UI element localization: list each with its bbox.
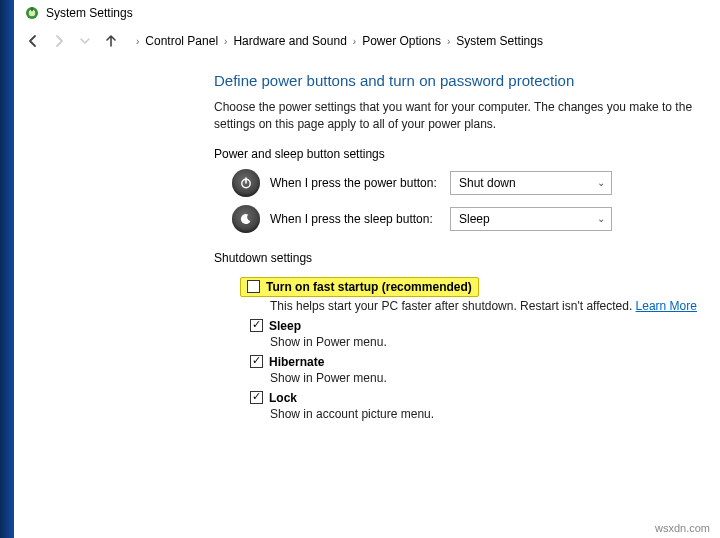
chevron-down-icon: ⌄ <box>597 177 605 188</box>
sleep-button-dropdown[interactable]: Sleep ⌄ <box>450 207 612 231</box>
recent-dropdown-icon[interactable] <box>76 32 94 50</box>
sleep-button-label: When I press the sleep button: <box>270 212 440 226</box>
breadcrumb: › Control Panel › Hardware and Sound › P… <box>136 34 543 48</box>
moon-icon <box>232 205 260 233</box>
chevron-right-icon[interactable]: › <box>447 36 450 47</box>
chevron-right-icon[interactable]: › <box>136 36 139 47</box>
fast-startup-checkbox[interactable] <box>247 280 260 293</box>
sleep-option-row: Sleep <box>250 319 720 333</box>
page-description: Choose the power settings that you want … <box>214 99 720 133</box>
nav-toolbar: › Control Panel › Hardware and Sound › P… <box>14 24 720 62</box>
power-icon <box>232 169 260 197</box>
breadcrumb-power-options[interactable]: Power Options <box>362 34 441 48</box>
sleep-checkbox[interactable] <box>250 319 263 332</box>
titlebar: System Settings <box>14 0 720 24</box>
sleep-label: Sleep <box>269 319 301 333</box>
window-title: System Settings <box>46 6 133 20</box>
power-options-icon <box>24 5 40 21</box>
power-button-dropdown[interactable]: Shut down ⌄ <box>450 171 612 195</box>
up-button[interactable] <box>102 32 120 50</box>
page-title: Define power buttons and turn on passwor… <box>214 72 720 89</box>
breadcrumb-system-settings[interactable]: System Settings <box>456 34 543 48</box>
lock-label: Lock <box>269 391 297 405</box>
svg-rect-2 <box>31 7 33 11</box>
sleep-button-value: Sleep <box>459 212 490 226</box>
chevron-down-icon: ⌄ <box>597 213 605 224</box>
fast-startup-desc: This helps start your PC faster after sh… <box>270 299 720 313</box>
button-settings-heading: Power and sleep button settings <box>214 147 720 161</box>
fast-startup-highlight: Turn on fast startup (recommended) <box>240 277 479 297</box>
sleep-desc: Show in Power menu. <box>270 335 720 349</box>
hibernate-option-row: Hibernate <box>250 355 720 369</box>
window-accent-bar <box>0 0 14 538</box>
breadcrumb-control-panel[interactable]: Control Panel <box>145 34 218 48</box>
lock-checkbox[interactable] <box>250 391 263 404</box>
chevron-right-icon[interactable]: › <box>224 36 227 47</box>
lock-desc: Show in account picture menu. <box>270 407 720 421</box>
chevron-right-icon[interactable]: › <box>353 36 356 47</box>
hibernate-label: Hibernate <box>269 355 324 369</box>
shutdown-settings-heading: Shutdown settings <box>214 251 720 265</box>
back-button[interactable] <box>24 32 42 50</box>
power-button-row: When I press the power button: Shut down… <box>232 169 720 197</box>
power-button-value: Shut down <box>459 176 516 190</box>
watermark: wsxdn.com <box>655 522 710 534</box>
hibernate-desc: Show in Power menu. <box>270 371 720 385</box>
breadcrumb-hardware-sound[interactable]: Hardware and Sound <box>233 34 346 48</box>
learn-more-link[interactable]: Learn More <box>636 299 697 313</box>
sleep-button-row: When I press the sleep button: Sleep ⌄ <box>232 205 720 233</box>
forward-button[interactable] <box>50 32 68 50</box>
power-button-label: When I press the power button: <box>270 176 440 190</box>
hibernate-checkbox[interactable] <box>250 355 263 368</box>
fast-startup-label: Turn on fast startup (recommended) <box>266 280 472 294</box>
lock-option-row: Lock <box>250 391 720 405</box>
